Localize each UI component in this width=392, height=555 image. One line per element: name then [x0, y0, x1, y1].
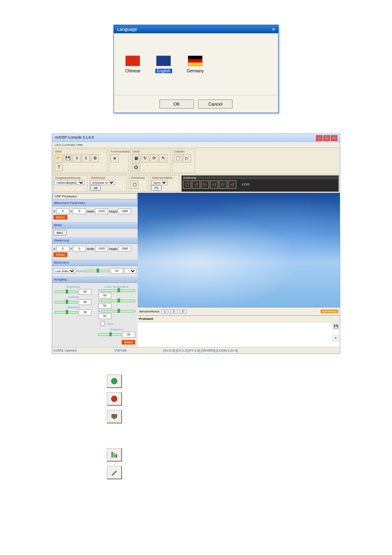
- ab-button[interactable]: AB: [90, 185, 101, 191]
- led-green-icon[interactable]: [107, 375, 122, 388]
- param-h-input[interactable]: 1080: [118, 208, 131, 214]
- ok-button[interactable]: OK: [159, 99, 194, 109]
- src-3-icon[interactable]: ▷: [201, 180, 209, 189]
- preview-pane: BenutzerModus 1 2 3 Verbindung Protokoll…: [138, 193, 340, 347]
- power-icon[interactable]: ⏻: [132, 163, 140, 171]
- lang-option-germany[interactable]: Germany: [187, 56, 204, 73]
- mode-select[interactable]: Einzelner Kanal: [90, 180, 115, 185]
- tab-vsp-prozessor[interactable]: VSP Prozessor: [53, 193, 137, 199]
- r-value[interactable]: 50: [98, 293, 111, 298]
- colortemp-label: Color Temperature: [98, 285, 135, 288]
- close-icon[interactable]: ×: [272, 27, 275, 32]
- layout-icon[interactable]: ▢: [130, 180, 138, 189]
- open-icon[interactable]: 📂: [55, 154, 63, 162]
- refresh-icon[interactable]: ↻: [141, 154, 149, 162]
- alpha-slider[interactable]: [85, 270, 109, 272]
- scale-h-input[interactable]: 1080: [118, 246, 131, 252]
- set-button-2[interactable]: Setzen: [53, 252, 67, 257]
- section-zeit: Zeitplan: [173, 150, 194, 153]
- src-4-icon[interactable]: ◁: [210, 180, 218, 189]
- src-1-icon[interactable]: ▢: [183, 180, 191, 189]
- save-icon[interactable]: 💾: [64, 154, 72, 162]
- status-model: VSP168: [114, 349, 126, 352]
- pencil-icon[interactable]: [107, 466, 122, 479]
- acc-ausgang[interactable]: Ausgang: [52, 276, 138, 283]
- sharpness-slider[interactable]: [98, 333, 121, 336]
- server-icon[interactable]: [107, 410, 122, 423]
- lang-option-chinese[interactable]: Chinese: [125, 56, 141, 73]
- sharpness-value[interactable]: 50: [122, 332, 135, 338]
- toolbar-row-2: Ausgangsauflösung 1920x1080@60_P Betrieb…: [52, 174, 340, 193]
- aspect-select[interactable]: Normal: [151, 180, 168, 185]
- svg-point-0: [111, 378, 117, 384]
- export-icon[interactable]: ⇪: [73, 154, 81, 162]
- lang-label: Germany: [187, 69, 204, 73]
- log-save-icon[interactable]: 💾: [332, 323, 339, 330]
- r-slider[interactable]: [101, 289, 135, 292]
- param-y-input[interactable]: 0: [73, 208, 86, 214]
- sync-checkbox[interactable]: [100, 321, 105, 326]
- menu-bar[interactable]: LED Controler Hilfe: [52, 142, 340, 148]
- acc-bildschirm-parameter[interactable]: Bildschirm Parameter: [52, 200, 138, 206]
- set-button[interactable]: Setzen: [53, 215, 67, 220]
- play-icon[interactable]: ▷: [183, 154, 191, 162]
- led-red-icon[interactable]: [107, 392, 122, 406]
- import-icon[interactable]: ⇩: [82, 154, 90, 162]
- src-2-icon[interactable]: ◁: [192, 180, 200, 189]
- benutzermodus-label: BenutzerModus: [139, 310, 159, 313]
- log-clear-icon[interactable]: ×: [332, 335, 339, 341]
- device-icon[interactable]: ▦: [132, 154, 140, 162]
- settings-icon[interactable]: ⚙: [91, 154, 99, 162]
- brightness-slider[interactable]: [55, 291, 78, 293]
- scale-x-input[interactable]: 0: [56, 246, 69, 252]
- preset-2-button[interactable]: 2: [170, 309, 178, 314]
- lang-option-english[interactable]: English: [155, 56, 172, 73]
- ps-button[interactable]: PS: [151, 185, 161, 191]
- resolution-select[interactable]: 1920x1080@60_P: [54, 180, 85, 185]
- schedule-icon[interactable]: 📋: [174, 154, 182, 162]
- src-5-icon[interactable]: ▷: [219, 180, 227, 189]
- r-label: R: [98, 289, 100, 292]
- src-6-icon[interactable]: ◁: [228, 180, 236, 189]
- gamma-select[interactable]: [124, 268, 136, 273]
- edit-icon[interactable]: ✎: [159, 154, 167, 162]
- g-slider[interactable]: [101, 300, 135, 302]
- default-button[interactable]: default: [122, 340, 135, 345]
- help-icon[interactable]: ?: [55, 163, 63, 171]
- scale-y-input[interactable]: 0: [73, 246, 86, 252]
- section-gerat: Gerät: [131, 150, 169, 153]
- dialog-titlebar: Language ×: [114, 25, 278, 33]
- b-slider[interactable]: [101, 310, 135, 312]
- dialog-title: Language: [117, 27, 137, 32]
- verbindung-badge: Verbindung: [321, 310, 338, 313]
- saturation-slider[interactable]: [55, 311, 78, 314]
- saturation-value[interactable]: 50: [78, 310, 92, 315]
- scale-w-input[interactable]: 1920: [95, 246, 108, 252]
- bild1-button[interactable]: Bild1: [53, 230, 67, 236]
- acc-bilder[interactable]: Bilder: [52, 222, 138, 229]
- preset-3-button[interactable]: 3: [179, 309, 187, 314]
- connect-icon[interactable]: ●: [111, 154, 119, 162]
- param-x-input[interactable]: 0: [56, 208, 69, 214]
- avdsp-console-window: AVDSP Console 3.1.6.8 –□× LED Controler …: [52, 134, 340, 354]
- brightness-value[interactable]: 50: [78, 289, 92, 295]
- live-video-select[interactable]: Live Video: [53, 268, 76, 273]
- param-w-input[interactable]: 1920: [95, 208, 108, 214]
- icon-list: [107, 375, 125, 479]
- b-value[interactable]: 50: [98, 313, 111, 319]
- g-value[interactable]: 50: [98, 303, 111, 309]
- contrast-value[interactable]: 50: [78, 299, 92, 305]
- signal-icon[interactable]: [107, 448, 122, 462]
- alpha-value[interactable]: 16: [110, 268, 123, 274]
- cancel-button[interactable]: Cancel: [198, 99, 233, 109]
- contrast-slider[interactable]: [55, 301, 78, 303]
- preset-1-button[interactable]: 1: [161, 309, 168, 314]
- acc-skalierung[interactable]: Skalierung: [52, 237, 138, 244]
- window-control-buttons[interactable]: –□×: [315, 135, 337, 141]
- b-label: B: [98, 310, 100, 312]
- section-datei: Datei: [54, 150, 106, 153]
- acc-bildschirm[interactable]: Bildschirm: [52, 259, 138, 266]
- lang-label: English: [155, 69, 172, 73]
- svg-rect-5: [113, 453, 115, 458]
- sync-icon[interactable]: ⟳: [150, 154, 158, 162]
